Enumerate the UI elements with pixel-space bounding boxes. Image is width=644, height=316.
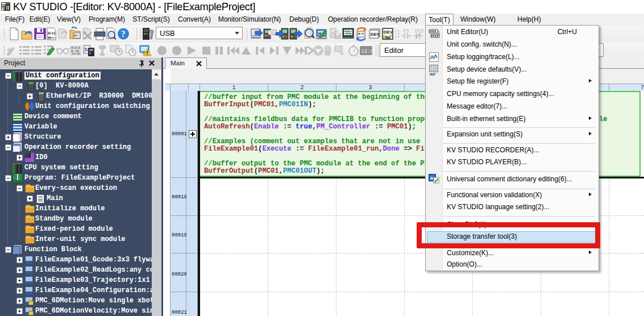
svg-text:DEV: DEV bbox=[371, 32, 380, 37]
svg-text:SF5: SF5 bbox=[414, 28, 424, 34]
svg-text:12:0: 12:0 bbox=[362, 49, 374, 55]
svg-text:F5: F5 bbox=[403, 28, 409, 34]
svg-text:INIT: INIT bbox=[430, 73, 436, 76]
svg-text:?: ? bbox=[121, 29, 126, 39]
svg-text:a: a bbox=[430, 174, 433, 181]
svg-text:DEV: DEV bbox=[384, 30, 393, 35]
